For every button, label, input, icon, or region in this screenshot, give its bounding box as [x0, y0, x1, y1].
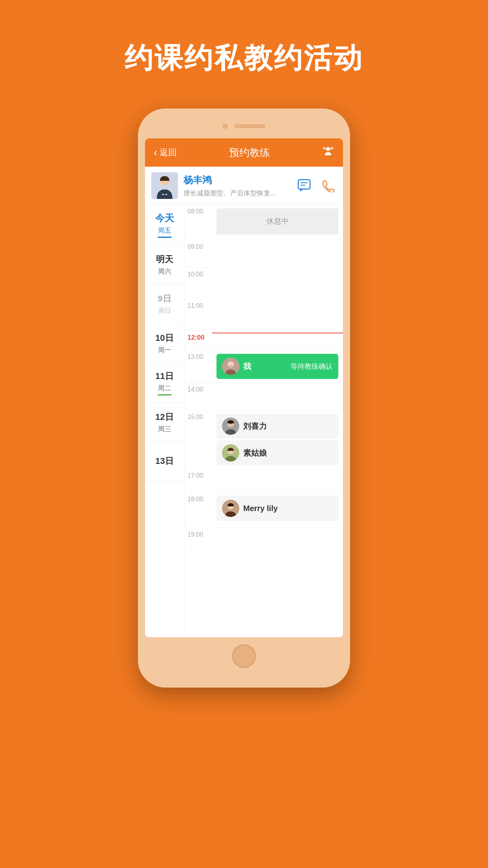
time-content-0800: 休息中 — [212, 205, 343, 238]
appointment-status: 等待教练确认 — [290, 362, 333, 371]
today-indicator — [158, 237, 172, 238]
time-row-1000: 10:00 — [184, 268, 343, 299]
date-10[interactable]: 10日 周一 — [145, 324, 184, 363]
time-content-1200 — [212, 331, 343, 335]
camera-dot — [222, 123, 228, 129]
trainer-info: 杨丰鸿 擅长减脂塑型、产后体型恢复... — [183, 174, 296, 198]
svg-point-19 — [229, 506, 230, 507]
time-label-1800: 18:00 — [184, 493, 212, 503]
settings-icon[interactable] — [322, 145, 334, 160]
svg-rect-8 — [298, 180, 310, 189]
chat-button[interactable] — [296, 177, 312, 194]
date-13[interactable]: 13日 — [145, 442, 184, 482]
today-weekday: 周五 — [158, 226, 171, 235]
my-avatar — [222, 358, 239, 375]
time-label-1200: 12:00 — [184, 331, 212, 342]
back-label: 返回 — [160, 147, 177, 158]
time-row-1300: 13:00 — [184, 350, 343, 383]
time-content-1800: Merry lily — [212, 493, 343, 524]
su-avatar — [222, 444, 239, 462]
date10-label: 10日 — [155, 332, 173, 344]
date-column: 今天 周五 明天 周六 9日 周日 10日 周一 11日 — [145, 205, 184, 637]
header-title: 预约教练 — [229, 146, 270, 160]
phone-shell: ‹ 返回 预约教练 — [138, 108, 350, 688]
merry-name: Merry lily — [243, 504, 278, 513]
appointment-merry: Merry lily — [216, 496, 338, 521]
back-icon: ‹ — [154, 146, 157, 159]
time-row-0900: 09:00 — [184, 240, 343, 268]
liu-name: 刘喜力 — [243, 421, 267, 432]
time-row-0800: 08:00 休息中 — [184, 205, 343, 240]
date12-weekday: 周三 — [158, 425, 171, 434]
date9-weekday: 周日 — [158, 306, 171, 315]
svg-line-4 — [325, 149, 326, 149]
app-header: ‹ 返回 预约教练 — [145, 138, 343, 167]
time-content-1900 — [212, 528, 343, 532]
time-content-1000 — [212, 268, 343, 272]
liu-avatar — [222, 417, 239, 435]
time-label-1000: 10:00 — [184, 268, 212, 278]
date11-label: 11日 — [155, 370, 173, 382]
time-row-1700: 17:00 — [184, 469, 343, 493]
time-content-1400 — [212, 383, 343, 387]
back-button[interactable]: ‹ 返回 — [154, 146, 177, 159]
svg-point-0 — [326, 147, 330, 151]
time-label-1300: 13:00 — [184, 350, 212, 360]
date11-weekday: 周二 — [158, 384, 171, 393]
time-label-0800: 08:00 — [184, 205, 212, 215]
trainer-description: 擅长减脂塑型、产后体型恢复... — [183, 189, 296, 198]
date-today[interactable]: 今天 周五 — [145, 205, 184, 245]
date10-weekday: 周一 — [158, 346, 171, 355]
time-content-1700 — [212, 469, 343, 473]
speaker-bar — [234, 124, 266, 128]
time-row-1800: 18:00 — [184, 493, 343, 528]
my-appointment[interactable]: 我 等待教练确认 — [216, 354, 338, 379]
trainer-name: 杨丰鸿 — [183, 174, 296, 186]
phone-button[interactable] — [320, 177, 337, 194]
time-row-1500: 15:00 — [184, 410, 343, 469]
time-label-1400: 14:00 — [184, 383, 212, 393]
time-label-0900: 09:00 — [184, 240, 212, 250]
appointment-su: 素姑娘 — [216, 440, 338, 465]
my-name: 我 — [243, 361, 251, 372]
tomorrow-weekday: 周六 — [158, 267, 171, 276]
schedule-container: 今天 周五 明天 周六 9日 周日 10日 周一 11日 — [145, 205, 343, 637]
svg-point-1 — [331, 147, 333, 149]
time-content-1500: 刘喜力 素姑娘 — [212, 410, 343, 469]
date11-indicator — [158, 394, 172, 395]
trainer-actions — [296, 177, 337, 194]
trainer-avatar — [151, 172, 178, 199]
time-content-0900 — [212, 240, 343, 244]
merry-avatar — [222, 500, 239, 517]
date-tomorrow[interactable]: 明天 周六 — [145, 245, 184, 285]
home-button[interactable] — [232, 644, 256, 668]
time-label-1900: 19:00 — [184, 528, 212, 538]
date-9[interactable]: 9日 周日 — [145, 285, 184, 324]
current-time-line — [212, 333, 343, 333]
rest-slot: 休息中 — [216, 208, 338, 234]
date12-label: 12日 — [155, 411, 173, 423]
time-label-1100: 11:00 — [184, 299, 212, 309]
su-name: 素姑娘 — [243, 448, 267, 458]
tomorrow-label: 明天 — [156, 254, 173, 265]
schedule-column: 08:00 休息中 09:00 10:00 11:00 — [184, 205, 343, 637]
time-row-1400: 14:00 — [184, 383, 343, 410]
svg-point-20 — [231, 506, 232, 507]
time-row-1900: 19:00 — [184, 528, 343, 552]
time-row-1200: 12:00 — [184, 331, 343, 350]
time-content-1100 — [212, 299, 343, 303]
date-12[interactable]: 12日 周三 — [145, 403, 184, 442]
time-label-1500: 15:00 — [184, 410, 212, 421]
svg-line-2 — [330, 149, 331, 149]
home-button-area — [145, 644, 343, 668]
today-label: 今天 — [155, 212, 174, 224]
time-label-1700: 17:00 — [184, 469, 212, 479]
appointment-liu: 刘喜力 — [216, 414, 338, 439]
date-11[interactable]: 11日 周二 — [145, 363, 184, 403]
svg-point-3 — [323, 147, 325, 149]
date9-label: 9日 — [158, 293, 171, 305]
page-title: 约课约私教约活动 — [125, 39, 363, 77]
time-row-1100: 11:00 — [184, 299, 343, 331]
date13-label: 13日 — [155, 455, 173, 467]
time-content-1300[interactable]: 我 等待教练确认 — [212, 350, 343, 383]
